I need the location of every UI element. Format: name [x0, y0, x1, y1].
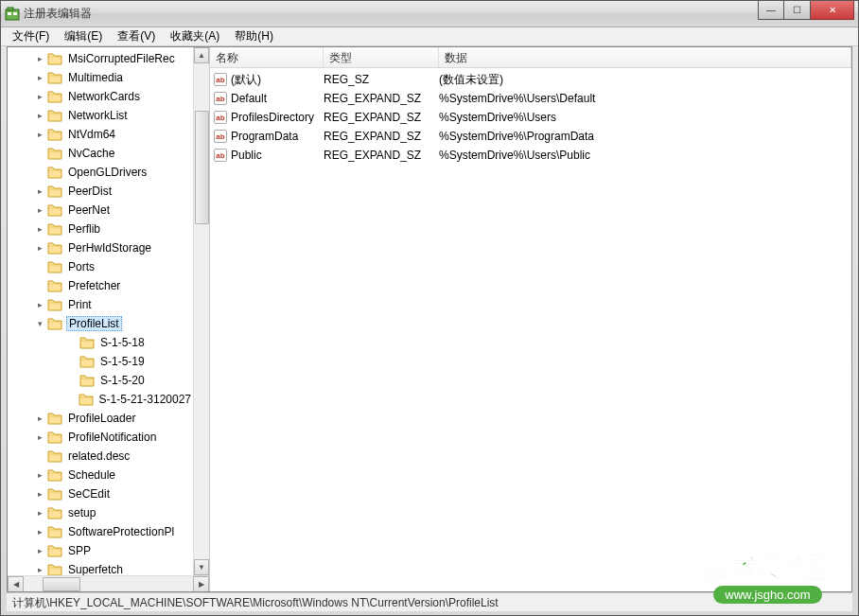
expander-icon[interactable]: ▸ [34, 299, 45, 310]
reg-string-icon: ab [214, 111, 227, 124]
tree-item-label: NvCache [66, 146, 116, 161]
maximize-button[interactable]: ☐ [784, 1, 811, 20]
expander-icon[interactable]: ▾ [34, 318, 45, 329]
expander-icon[interactable]: ▸ [34, 488, 45, 500]
tree-item-profilelist[interactable]: ▾ProfileList [8, 314, 193, 333]
menu-view[interactable]: 查看(V) [110, 26, 163, 46]
list-row[interactable]: abProgramDataREG_EXPAND_SZ%SystemDrive%\… [210, 127, 851, 146]
tree-item-multimedia[interactable]: ▸Multimedia [8, 68, 193, 87]
tree-item-label: S-1-5-20 [98, 373, 147, 388]
menu-edit[interactable]: 编辑(E) [57, 26, 110, 46]
tree-item-msicorruptedfilerec[interactable]: ▸MsiCorruptedFileRec [8, 49, 193, 68]
menu-file[interactable]: 文件(F) [5, 26, 57, 46]
close-button[interactable]: ✕ [811, 1, 854, 20]
tree-item-s-1-5-21-3120027[interactable]: S-1-5-21-3120027 [8, 390, 193, 409]
expander-icon[interactable]: ▸ [34, 507, 45, 519]
tree-panel: ▸MsiCorruptedFileRec▸Multimedia▸NetworkC… [8, 47, 210, 591]
menubar: 文件(F) 编辑(E) 查看(V) 收藏夹(A) 帮助(H) [1, 27, 858, 46]
tree-item-perflib[interactable]: ▸Perflib [8, 220, 193, 238]
reg-string-icon: ab [214, 73, 227, 86]
value-type: REG_EXPAND_SZ [324, 149, 439, 162]
column-name[interactable]: 名称 [210, 47, 324, 67]
value-name: Public [231, 149, 262, 162]
expander-icon[interactable]: ▸ [34, 204, 45, 216]
tree-item-label: PeerDist [66, 184, 114, 199]
expander-icon[interactable]: ▸ [34, 545, 45, 556]
list-view[interactable]: ab(默认)REG_SZ(数值未设置)abDefaultREG_EXPAND_S… [210, 68, 851, 591]
tree-view[interactable]: ▸MsiCorruptedFileRec▸Multimedia▸NetworkC… [8, 47, 193, 575]
expander-icon[interactable]: ▸ [34, 110, 45, 121]
content-area: ▸MsiCorruptedFileRec▸Multimedia▸NetworkC… [7, 46, 852, 592]
expander-icon[interactable]: ▸ [34, 431, 45, 443]
tree-item-softwareprotectionpl[interactable]: ▸SoftwareProtectionPl [8, 522, 193, 541]
value-data: %SystemDrive%\Users\Default [439, 92, 848, 105]
tree-item-opengldrivers[interactable]: OpenGLDrivers [8, 163, 193, 182]
expander-icon[interactable]: ▸ [34, 72, 45, 83]
tree-item-label: Schedule [66, 467, 117, 483]
expander-icon[interactable]: ▸ [34, 185, 45, 197]
list-row[interactable]: abDefaultREG_EXPAND_SZ%SystemDrive%\User… [210, 89, 851, 108]
vscroll-thumb[interactable] [195, 111, 209, 224]
expander-icon[interactable]: ▸ [34, 413, 45, 424]
list-row[interactable]: abPublicREG_EXPAND_SZ%SystemDrive%\Users… [210, 146, 851, 165]
expander-icon[interactable]: ▸ [34, 564, 45, 575]
tree-item-print[interactable]: ▸Print [8, 295, 193, 314]
tree-vscrollbar[interactable]: ▲ ▼ [193, 47, 209, 575]
tree-item-setup[interactable]: ▸setup [8, 503, 193, 522]
window-title: 注册表编辑器 [24, 6, 758, 22]
tree-item-peerdist[interactable]: ▸PeerDist [8, 182, 193, 201]
menu-help[interactable]: 帮助(H) [227, 26, 281, 46]
scroll-left-button[interactable]: ◀ [8, 576, 24, 592]
expander-icon[interactable]: ▸ [34, 223, 45, 235]
tree-item-networkcards[interactable]: ▸NetworkCards [8, 87, 193, 106]
tree-item-prefetcher[interactable]: Prefetcher [8, 276, 193, 295]
value-type: REG_EXPAND_SZ [324, 111, 439, 124]
tree-item-ntvdm64[interactable]: ▸NtVdm64 [8, 125, 193, 144]
scroll-right-button[interactable]: ▶ [193, 576, 209, 592]
vscroll-track[interactable] [194, 63, 209, 559]
scroll-down-button[interactable]: ▼ [194, 559, 209, 575]
tree-item-label: setup [66, 505, 97, 520]
value-name: ProgramData [231, 130, 298, 143]
hscroll-track[interactable] [24, 576, 193, 592]
titlebar[interactable]: 注册表编辑器 — ☐ ✕ [1, 1, 858, 27]
scroll-up-button[interactable]: ▲ [194, 47, 209, 63]
tree-item-label: ProfileNotification [66, 430, 158, 445]
expander-icon[interactable]: ▸ [34, 91, 45, 102]
tree-item-profilenotification[interactable]: ▸ProfileNotification [8, 428, 193, 447]
tree-item-ports[interactable]: Ports [8, 257, 193, 276]
tree-item-label: SoftwareProtectionPl [66, 524, 176, 539]
list-row[interactable]: ab(默认)REG_SZ(数值未设置) [210, 70, 851, 89]
expander-icon[interactable]: ▸ [34, 129, 45, 140]
tree-item-perhwidstorage[interactable]: ▸PerHwIdStorage [8, 238, 193, 257]
column-data[interactable]: 数据 [439, 47, 851, 67]
tree-item-s-1-5-20[interactable]: S-1-5-20 [8, 371, 193, 390]
menu-favorites[interactable]: 收藏夹(A) [163, 26, 227, 46]
tree-item-spp[interactable]: ▸SPP [8, 541, 193, 560]
expander-icon[interactable]: ▸ [34, 469, 45, 481]
expander-icon[interactable]: ▸ [34, 242, 45, 254]
tree-item-label: NtVdm64 [66, 127, 117, 142]
tree-item-profileloader[interactable]: ▸ProfileLoader [8, 409, 193, 428]
tree-item-s-1-5-18[interactable]: S-1-5-18 [8, 333, 193, 352]
tree-item-related-desc[interactable]: related.desc [8, 447, 193, 466]
expander-icon[interactable]: ▸ [34, 526, 45, 537]
tree-item-superfetch[interactable]: ▸Superfetch [8, 560, 193, 575]
svg-rect-1 [8, 8, 13, 10]
tree-item-peernet[interactable]: ▸PeerNet [8, 201, 193, 220]
tree-item-schedule[interactable]: ▸Schedule [8, 466, 193, 484]
hscroll-thumb[interactable] [43, 577, 80, 591]
tree-item-secedit[interactable]: ▸SeCEdit [8, 484, 193, 503]
column-type[interactable]: 类型 [324, 47, 439, 67]
value-type: REG_EXPAND_SZ [324, 92, 439, 105]
tree-item-s-1-5-19[interactable]: S-1-5-19 [8, 352, 193, 371]
minimize-button[interactable]: — [758, 1, 784, 20]
tree-hscrollbar[interactable]: ◀ ▶ [8, 575, 209, 591]
expander-icon[interactable]: ▸ [34, 53, 45, 64]
list-row[interactable]: abProfilesDirectoryREG_EXPAND_SZ%SystemD… [210, 108, 851, 127]
tree-item-nvcache[interactable]: NvCache [8, 144, 193, 163]
value-type: REG_EXPAND_SZ [324, 130, 439, 143]
tree-item-networklist[interactable]: ▸NetworkList [8, 106, 193, 125]
tree-item-label: Superfetch [66, 562, 125, 575]
value-data: %SystemDrive%\Users\Public [439, 149, 848, 162]
